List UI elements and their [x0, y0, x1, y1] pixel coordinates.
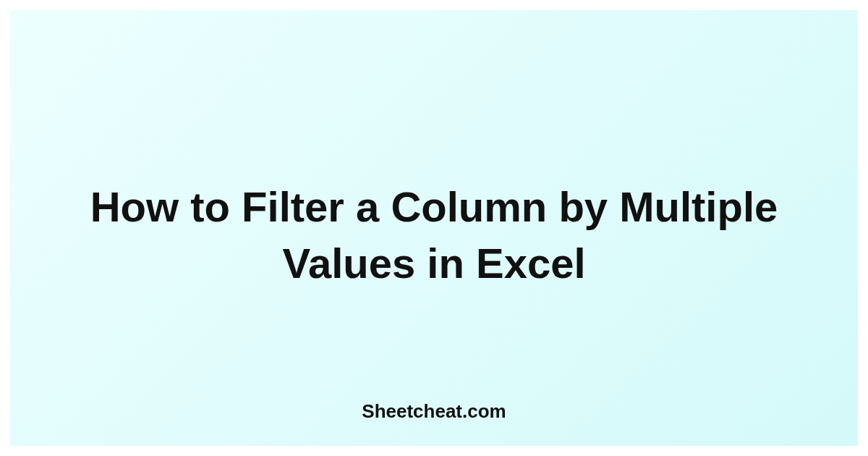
- site-attribution: Sheetcheat.com: [362, 400, 506, 423]
- page-title: How to Filter a Column by Multiple Value…: [72, 179, 796, 292]
